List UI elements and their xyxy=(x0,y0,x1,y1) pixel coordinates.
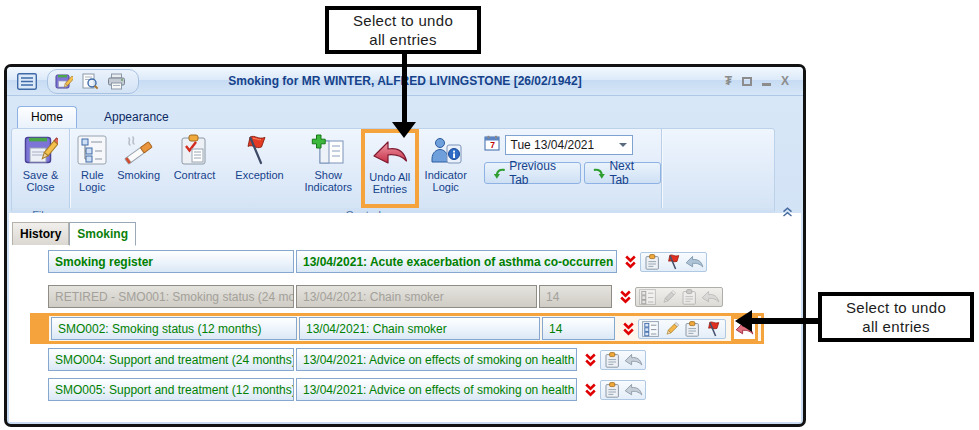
ribbon-filler xyxy=(662,129,774,208)
date-value: Tue 13/04/2021 xyxy=(511,138,595,152)
restore-button[interactable] xyxy=(742,77,752,86)
double-chevron-down-icon[interactable] xyxy=(618,288,632,306)
save-icon[interactable] xyxy=(52,71,76,92)
double-chevron-down-icon[interactable] xyxy=(583,381,597,399)
callout-undo-right: Select to undo all entries xyxy=(818,292,974,342)
indicator-detail-cell[interactable]: 13/04/2021: Advice on effects of smoking… xyxy=(296,378,577,401)
indicator-detail-cell[interactable]: 13/04/2021: Acute exacerbation of asthma… xyxy=(296,250,617,273)
contract-label-1: Contract xyxy=(174,169,216,181)
selected-row-highlight: SMO002: Smoking status (12 months) 13/04… xyxy=(46,313,764,344)
contract-button[interactable]: Contract xyxy=(166,129,224,197)
edit-pencil-icon xyxy=(659,288,678,306)
row-actions xyxy=(583,380,646,400)
undo-icon[interactable] xyxy=(685,253,704,271)
edit-pencil-icon[interactable] xyxy=(662,320,681,338)
table-row-smo005: SMO005: Support and treatment (12 months… xyxy=(48,378,801,401)
menu-icon[interactable] xyxy=(15,71,39,92)
double-chevron-down-icon[interactable] xyxy=(583,351,597,369)
indicator-detail-cell[interactable]: 13/04/2021: Advice on effects of smoking… xyxy=(296,348,577,371)
tab-smoking[interactable]: Smoking xyxy=(69,222,136,246)
callout-arrow-shaft xyxy=(402,54,407,122)
row-inner: SMO002: Smoking status (12 months) 13/04… xyxy=(51,317,758,340)
indicator-grid: Smoking register 13/04/2021: Acute exace… xyxy=(9,245,801,401)
undo-all-entries-icon xyxy=(371,134,409,170)
row-icon-panel xyxy=(600,380,646,400)
row-icon-panel xyxy=(640,252,707,272)
row-icon-panel xyxy=(638,319,726,339)
indicator-logic-label-1: Indicator xyxy=(425,169,467,181)
table-row-smo002-selected: SMO002: Smoking status (12 months) 13/04… xyxy=(48,313,801,344)
row-icon-panel xyxy=(635,287,723,307)
minimize-button[interactable] xyxy=(762,83,771,86)
undo-icon xyxy=(624,351,643,369)
indicator-detail-cell[interactable]: 13/04/2021: Chain smoker xyxy=(296,285,537,308)
exception-flag-icon[interactable] xyxy=(704,320,723,338)
indicator-logic-button[interactable]: Indicator Logic xyxy=(419,129,473,197)
contract-icon xyxy=(680,288,699,306)
rule-logic-icon xyxy=(77,132,107,168)
callout-arrow-shaft xyxy=(752,318,818,324)
smoking-button[interactable]: Smoking xyxy=(115,129,163,197)
show-indicators-label-1: Show xyxy=(314,169,342,181)
close-button[interactable]: X xyxy=(781,74,789,88)
previous-tab-button[interactable]: Previous Tab xyxy=(484,162,581,184)
rule-logic-label-1: Rule xyxy=(81,169,104,181)
indicator-name-cell[interactable]: Smoking register xyxy=(48,250,294,273)
print-icon[interactable] xyxy=(104,71,128,92)
ribbon: Save & Close Rule Logic Smoking xyxy=(11,128,775,213)
show-indicators-button[interactable]: Show Indicators xyxy=(296,129,361,197)
exception-button[interactable]: Exception xyxy=(226,129,293,197)
indicator-name-cell[interactable]: SMO002: Smoking status (12 months) xyxy=(51,317,297,340)
cigarette-icon xyxy=(122,132,156,168)
ribbon-collapse-icon[interactable] xyxy=(782,203,793,221)
save-close-button[interactable]: Save & Close xyxy=(13,129,69,197)
date-nav-section: 7 Tue 13/04/2021 Previous Tab xyxy=(476,129,661,184)
callout-undo-top: Select to undo all entries xyxy=(325,6,481,54)
double-chevron-down-icon[interactable] xyxy=(623,253,637,271)
table-row-smo004: SMO004: Support and treatment (24 months… xyxy=(48,348,801,371)
rule-logic-button[interactable]: Rule Logic xyxy=(70,129,115,197)
help-button[interactable]: ₮ xyxy=(725,74,732,88)
double-chevron-down-icon[interactable] xyxy=(621,320,635,338)
ribbon-tab-home[interactable]: Home xyxy=(17,106,77,128)
indicator-name-cell[interactable]: SMO005: Support and treatment (12 months… xyxy=(48,378,294,401)
smoking-label-1: Smoking xyxy=(117,169,160,181)
template-content: History Smoking Smoking register 13/04/2… xyxy=(9,213,801,422)
consultation-date-field[interactable]: Tue 13/04/2021 xyxy=(505,135,633,155)
callout-text-line2: all entries xyxy=(369,30,437,49)
print-preview-icon[interactable] xyxy=(78,71,102,92)
contract-icon[interactable] xyxy=(603,381,622,399)
undo-all-entries-button[interactable]: Undo All Entries xyxy=(361,129,419,208)
exception-label-1: Exception xyxy=(235,169,283,181)
callout-arrow-head xyxy=(392,122,416,138)
indicator-name-cell[interactable]: SMO004: Support and treatment (24 months… xyxy=(48,348,294,371)
previous-tab-arrow-icon xyxy=(493,166,506,180)
svg-text:7: 7 xyxy=(490,140,495,150)
row-actions xyxy=(618,287,723,307)
undo-icon xyxy=(701,288,720,306)
contract-icon[interactable] xyxy=(683,320,702,338)
next-tab-label: Next Tab xyxy=(609,159,652,187)
exception-flag-icon xyxy=(244,132,274,168)
callout-text-line1: Select to undo xyxy=(353,11,453,30)
rule-logic-icon xyxy=(638,288,657,306)
callout-text-line2: all entries xyxy=(862,317,930,336)
tab-history[interactable]: History xyxy=(12,222,69,245)
rule-logic-icon[interactable] xyxy=(641,320,660,338)
callout-text-line1: Select to undo xyxy=(846,298,946,317)
indicator-name-cell[interactable]: RETIRED - SMO001: Smoking status (24 mon… xyxy=(48,285,294,308)
next-tab-arrow-icon xyxy=(593,166,606,180)
undo-all-label-2: Entries xyxy=(373,183,407,195)
exception-flag-icon[interactable] xyxy=(664,253,683,271)
indicator-detail-cell[interactable]: 13/04/2021: Chain smoker xyxy=(299,317,540,340)
contract-icon xyxy=(179,132,209,168)
date-dropdown-arrow[interactable] xyxy=(619,143,627,147)
ribbon-tab-appearance[interactable]: Appearance xyxy=(91,107,182,128)
contract-icon[interactable] xyxy=(603,351,622,369)
indicator-value-cell[interactable]: 14 xyxy=(542,317,615,340)
contract-icon[interactable] xyxy=(643,253,662,271)
indicator-value-cell[interactable]: 14 xyxy=(539,285,612,308)
next-tab-button[interactable]: Next Tab xyxy=(584,162,661,184)
callout-arrow-head xyxy=(735,310,752,332)
save-close-label-2: Close xyxy=(26,181,54,193)
